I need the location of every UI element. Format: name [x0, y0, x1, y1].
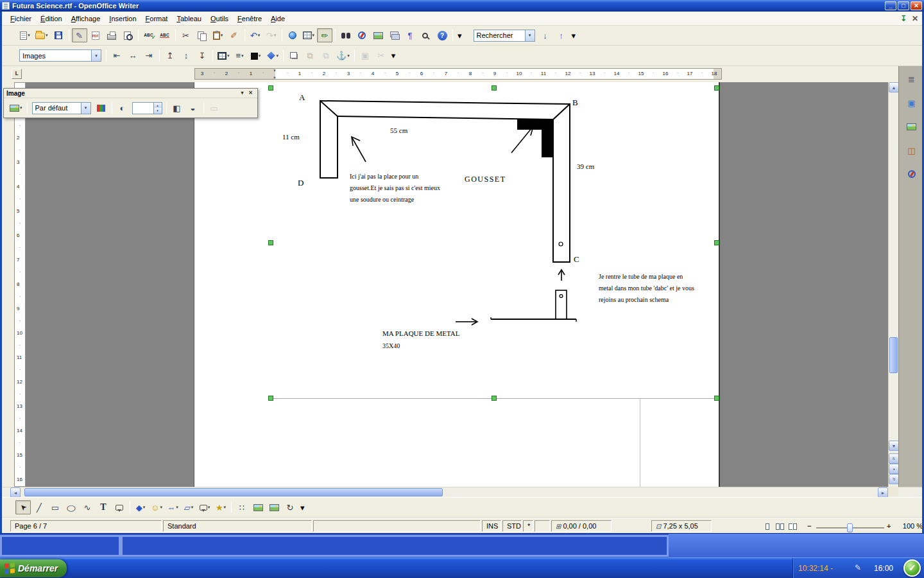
view-single-page-button[interactable]: [761, 521, 773, 531]
hyperlink[interactable]: [285, 28, 300, 42]
undo-dropdown[interactable]: ▾: [258, 33, 261, 38]
rectangle[interactable]: ▭: [47, 500, 63, 514]
align-top[interactable]: ↥: [162, 49, 178, 63]
update-icon[interactable]: ↧: [900, 14, 907, 23]
line-style-dropdown[interactable]: ▾: [241, 53, 244, 58]
anchor-dropdown[interactable]: ▾: [347, 53, 350, 58]
vertical-scrollbar[interactable]: ▲ ▼ « ● «: [888, 82, 898, 487]
page-style-field[interactable]: Standard: [163, 520, 312, 532]
close-document-icon[interactable]: ✕: [912, 14, 918, 23]
frame-style-combo[interactable]: Images▾: [19, 49, 101, 62]
table-dropdown[interactable]: ▾: [312, 33, 315, 38]
align-bottom[interactable]: ↧: [194, 49, 210, 63]
image-filter[interactable]: ▾: [8, 101, 24, 115]
align-right[interactable]: ⇥: [141, 49, 157, 63]
export-pdf[interactable]: [88, 28, 103, 42]
stars[interactable]: ★▾: [213, 500, 228, 514]
sidebar-settings[interactable]: ≣: [903, 71, 920, 87]
selection-handle[interactable]: [492, 396, 497, 401]
print[interactable]: [104, 28, 119, 42]
align-left[interactable]: ⇤: [109, 49, 124, 63]
edit-points[interactable]: ∷: [234, 500, 250, 514]
zoom-slider[interactable]: [816, 527, 884, 529]
sidebar-properties[interactable]: ▣: [903, 95, 920, 110]
menu-aide[interactable]: Aide: [266, 13, 289, 24]
auto-spellcheck[interactable]: ABC: [157, 28, 173, 42]
line-style[interactable]: ≡▾: [232, 49, 248, 63]
selection-mode-field[interactable]: STD: [502, 520, 522, 532]
flip-horizontal[interactable]: ◧: [169, 101, 185, 115]
gallery[interactable]: [370, 28, 386, 42]
menu-insertion[interactable]: Insertion: [105, 13, 141, 24]
transparency-value-spinner[interactable]: ▴▾: [153, 103, 162, 114]
center-vertical[interactable]: ↕: [178, 49, 194, 63]
open[interactable]: ▾: [33, 28, 50, 42]
selection-handle[interactable]: [714, 240, 719, 245]
window-titlebar[interactable]: Futura Science.rtf - OpenOffice Writer _…: [0, 0, 924, 12]
ellipse[interactable]: ◯: [64, 500, 79, 514]
background-color-dropdown[interactable]: ▾: [277, 53, 279, 58]
transparency-value-up[interactable]: ▴: [154, 103, 162, 109]
selection-handle[interactable]: [268, 85, 273, 91]
zoom-slider-thumb[interactable]: [847, 523, 853, 532]
selection-handle[interactable]: [714, 85, 719, 91]
basic-shapes-dropdown[interactable]: ▾: [143, 505, 146, 510]
background-window-frame[interactable]: [0, 535, 121, 557]
menu-outils[interactable]: Outils: [206, 13, 233, 24]
tablet-pen-icon[interactable]: ✎: [855, 563, 861, 572]
menu-affichage[interactable]: Affichage: [67, 13, 105, 24]
paste[interactable]: ▾: [210, 28, 226, 42]
edit-file[interactable]: ✎: [72, 28, 87, 42]
spellcheck[interactable]: ABC: [141, 28, 157, 42]
scroll-right-icon[interactable]: ►: [878, 487, 888, 498]
scroll-left-icon[interactable]: ◄: [10, 487, 21, 498]
palette-menu-arrow[interactable]: ▾: [238, 89, 246, 97]
palette-close-icon[interactable]: ✕: [246, 89, 255, 97]
anchor[interactable]: ⚓▾: [334, 49, 352, 63]
view-multiple-pages-button[interactable]: [774, 521, 786, 531]
insert-from-file[interactable]: [250, 500, 266, 514]
sidebar-navigator[interactable]: [903, 166, 920, 182]
nonprinting-characters[interactable]: ¶: [402, 28, 418, 42]
horizontal-scrollbar[interactable]: ◄ ►: [0, 487, 924, 497]
zoom-value[interactable]: 100 %: [897, 522, 923, 530]
graphics-mode-combo[interactable]: Par défaut▾: [32, 102, 91, 114]
selection-handle[interactable]: [268, 240, 273, 245]
minimize-button[interactable]: _: [885, 1, 896, 10]
insert-mode-field[interactable]: INS: [482, 520, 501, 532]
search-up[interactable]: ↑: [554, 28, 569, 42]
page-preview[interactable]: [120, 28, 135, 42]
cut[interactable]: ✂: [178, 28, 194, 42]
basic-shapes[interactable]: ◆▾: [133, 500, 148, 514]
selection-handle[interactable]: [714, 396, 719, 401]
line-color[interactable]: ▾: [248, 49, 264, 63]
transparency[interactable]: ◐: [115, 101, 130, 115]
scroll-up-icon[interactable]: ▲: [889, 82, 899, 92]
sidebar-styles[interactable]: ◫: [903, 143, 920, 158]
next-page-icon[interactable]: «: [889, 474, 899, 484]
paste-dropdown[interactable]: ▾: [221, 33, 223, 38]
new-document-dropdown[interactable]: ▾: [28, 33, 30, 38]
toolbar-options[interactable]: ▾: [456, 28, 464, 42]
select[interactable]: ➤: [15, 500, 31, 514]
copy[interactable]: [194, 28, 210, 42]
search-combo-arrow[interactable]: ▾: [525, 30, 535, 41]
text-box[interactable]: T: [96, 500, 111, 514]
frame-style-combo-arrow[interactable]: ▾: [91, 50, 101, 61]
menu-tableau[interactable]: Tableau: [172, 13, 206, 24]
shadow[interactable]: [286, 49, 302, 63]
block-arrows[interactable]: ⇔▾: [165, 500, 180, 514]
line[interactable]: ╱: [31, 500, 47, 514]
view-book-button[interactable]: [787, 521, 799, 531]
rotate[interactable]: ↻: [282, 500, 298, 514]
close-button[interactable]: ✕: [911, 1, 922, 10]
horizontal-ruler[interactable]: ▼ ▲ 321123456789101112131415161718······…: [194, 68, 722, 80]
undo[interactable]: ↶▾: [248, 28, 263, 42]
zoom-in-icon[interactable]: +: [887, 523, 891, 529]
indent-marker-bottom[interactable]: ▲: [273, 75, 277, 79]
vertical-ruler[interactable]: 12345678910111213141516················: [14, 82, 26, 487]
transparency-value-down[interactable]: ▾: [154, 108, 162, 114]
new-document[interactable]: ▾: [17, 28, 33, 42]
find-replace[interactable]: [338, 28, 354, 42]
callout[interactable]: [112, 500, 127, 514]
